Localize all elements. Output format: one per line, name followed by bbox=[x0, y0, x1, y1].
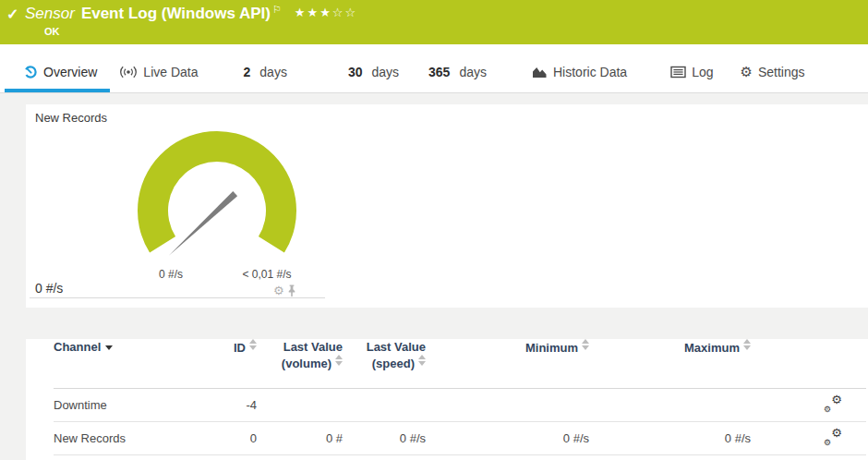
tab-30-days[interactable]: 30 days bbox=[348, 65, 399, 92]
gauge-min-label: 0 #/s bbox=[134, 268, 208, 281]
gauge-panel: New Records 0 #/s < 0,01 #/s 0 #/s ⚙ bbox=[26, 104, 868, 308]
log-icon bbox=[670, 66, 686, 79]
tab-live-data[interactable]: Live Data bbox=[119, 65, 198, 92]
channel-id: 0 bbox=[201, 422, 257, 455]
historic-data-icon bbox=[532, 66, 548, 79]
priority-stars[interactable]: ★★★☆☆ bbox=[295, 6, 357, 19]
tab-label: Historic Data bbox=[553, 65, 627, 79]
pin-icon[interactable] bbox=[287, 284, 296, 297]
sort-icon bbox=[582, 339, 589, 350]
column-header-channel[interactable]: Channel bbox=[54, 339, 201, 389]
channel-table: Channel ID Last Value (volume) Last Valu… bbox=[54, 339, 866, 455]
column-header-last-value-volume[interactable]: Last Value (volume) bbox=[257, 339, 343, 389]
status-badge: OK bbox=[44, 26, 60, 37]
tab-label: Live Data bbox=[143, 65, 198, 79]
tab-settings[interactable]: ⚙ Settings bbox=[740, 65, 804, 92]
gauge-chart bbox=[134, 127, 300, 257]
gauge-title: New Records bbox=[35, 111, 107, 125]
flag-icon[interactable]: ⚐ bbox=[272, 4, 282, 15]
tab-label: Overview bbox=[43, 65, 97, 79]
tab-365-days[interactable]: 365 days bbox=[428, 65, 487, 92]
sort-icon bbox=[335, 355, 343, 366]
channel-last-value-speed bbox=[343, 389, 426, 422]
table-header-row: Channel ID Last Value (volume) Last Valu… bbox=[54, 339, 866, 389]
channel-id: -4 bbox=[201, 389, 257, 422]
channel-name[interactable]: New Records bbox=[54, 422, 201, 455]
column-header-actions bbox=[751, 339, 866, 389]
gauge-toolbar: ⚙ bbox=[273, 284, 296, 297]
channel-last-value-volume bbox=[257, 389, 343, 422]
gear-icon: ⚙ bbox=[740, 66, 752, 79]
tab-label: days bbox=[259, 65, 287, 79]
sort-icon bbox=[418, 355, 426, 366]
gauge-icon bbox=[23, 65, 38, 79]
sort-icon bbox=[249, 339, 257, 350]
column-header-id[interactable]: ID bbox=[201, 339, 257, 389]
tab-historic-data[interactable]: Historic Data bbox=[532, 65, 627, 92]
channel-maximum bbox=[589, 389, 751, 422]
table-row[interactable]: New Records 0 0 # 0 #/s 0 #/s 0 #/s ⚙ ⚙ bbox=[54, 422, 866, 455]
gauge-needle bbox=[169, 191, 237, 255]
sort-desc-icon bbox=[105, 345, 113, 350]
ok-check-icon: ✓ bbox=[6, 6, 18, 23]
channel-table-panel: Channel ID Last Value (volume) Last Valu… bbox=[26, 339, 868, 460]
tab-overview[interactable]: Overview bbox=[23, 65, 97, 92]
tab-log[interactable]: Log bbox=[670, 65, 713, 92]
column-header-last-value-speed[interactable]: Last Value (speed) bbox=[343, 339, 426, 389]
table-row[interactable]: Downtime -4 ⚙ ⚙ bbox=[54, 389, 866, 422]
sensor-title: Event Log (Windows API) bbox=[81, 5, 271, 22]
column-header-maximum[interactable]: Maximum bbox=[589, 339, 751, 389]
tab-label: days bbox=[459, 65, 487, 79]
gauge-widget-divider bbox=[30, 297, 325, 298]
sort-icon bbox=[743, 339, 751, 350]
tab-label: Settings bbox=[758, 65, 805, 79]
gauge-settings-gear-icon[interactable]: ⚙ bbox=[273, 284, 284, 297]
sensor-status-banner: ✓ SensorEvent Log (Windows API)⚐★★★☆☆ OK bbox=[0, 0, 868, 44]
column-header-minimum[interactable]: Minimum bbox=[426, 339, 589, 389]
channel-name[interactable]: Downtime bbox=[54, 389, 201, 422]
channel-last-value-volume: 0 # bbox=[257, 422, 343, 455]
live-data-icon bbox=[119, 66, 138, 79]
tab-2-days[interactable]: 2 days bbox=[244, 65, 287, 92]
tab-bar: Overview Live Data 2 days 30 days 365 da… bbox=[0, 44, 868, 93]
channel-settings-icon[interactable]: ⚙ ⚙ bbox=[824, 395, 842, 412]
channel-settings-icon[interactable]: ⚙ ⚙ bbox=[824, 429, 842, 445]
channel-minimum bbox=[426, 389, 589, 422]
channel-last-value-speed: 0 #/s bbox=[343, 422, 426, 455]
gauge-current-value: 0 #/s bbox=[35, 281, 63, 296]
channel-maximum: 0 #/s bbox=[589, 422, 751, 455]
tab-label: days bbox=[371, 65, 399, 79]
sensor-type-label: Sensor bbox=[25, 5, 75, 22]
gauge-max-label: < 0,01 #/s bbox=[221, 268, 313, 281]
channel-minimum: 0 #/s bbox=[426, 422, 589, 455]
tab-label: Log bbox=[692, 65, 713, 79]
